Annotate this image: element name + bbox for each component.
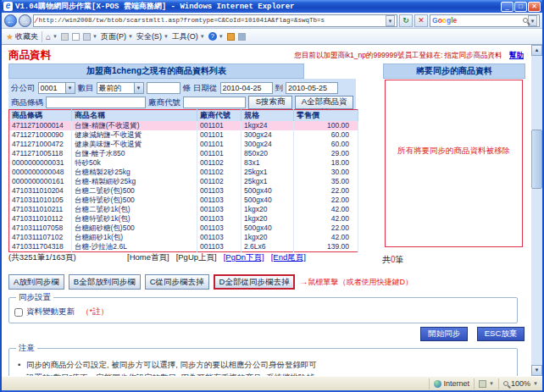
help-link[interactable]: 幫助 xyxy=(509,51,524,59)
status-bar: Internet ▼ 100% ▼ xyxy=(2,376,542,390)
scrollbar-thumb[interactable] xyxy=(531,130,542,189)
page-up[interactable]: [PgUp上頁] xyxy=(176,252,217,263)
data-change-update-checkbox[interactable] xyxy=(14,308,23,317)
address-dropdown-icon[interactable]: ▼ xyxy=(386,15,395,26)
cell-barcode: 0000000000161 xyxy=(9,177,72,186)
table-row[interactable]: 4711271000014台鹽-精鹽(不收退貨)0011011kgx24100.… xyxy=(9,121,358,130)
print-button[interactable]: ▼ xyxy=(83,33,97,41)
scroll-up-icon[interactable]: ▲ xyxy=(531,45,542,56)
cell-vendor: 001101 xyxy=(197,149,241,158)
window-title: V1.04購物網同步作業[X-POS 雲端商務網] - Windows Inte… xyxy=(15,1,500,12)
count-select[interactable]: 最前的 ▼ xyxy=(97,82,144,94)
filter-row-1: 分公司 0001 ▼ 數目 最前的 ▼ 條 日期從 到 xyxy=(11,81,353,95)
table-row[interactable]: 0000000000161台糖-精製細砂25kg00110225kgx135.0… xyxy=(9,177,358,186)
scroll-down-icon[interactable]: ▼ xyxy=(531,365,542,376)
count-input[interactable] xyxy=(147,82,180,94)
ie-icon: e xyxy=(3,2,13,11)
favorites-button[interactable]: ★ 收藏夹 xyxy=(6,31,38,42)
messenger-icon[interactable] xyxy=(227,33,235,41)
minimize-button[interactable]: _ xyxy=(501,2,513,12)
record-count: (共3251筆1/163頁) xyxy=(8,252,127,263)
barcode-label: 商品條碼 xyxy=(11,97,43,108)
start-sync-button[interactable]: 開始同步 xyxy=(420,327,468,341)
note-item: 同步的商品分公司設定, 被同步方可以選擇, 同步方的要以相應分公司身份登錄即可 xyxy=(26,360,512,371)
cell-spec: 300gx24 xyxy=(241,140,294,149)
vertical-scrollbar[interactable]: ▲ ▼ xyxy=(531,45,542,376)
stop-button[interactable]: ✕ xyxy=(414,14,428,27)
sync-action-button-B[interactable]: B全部放到同步欄 xyxy=(69,274,141,290)
table-row[interactable]: 4711271000090健康減納鹽-不收退貨001101300gx2460.0… xyxy=(9,130,358,140)
help-button[interactable]: ? ▼ xyxy=(208,32,224,41)
branch-select[interactable]: 0001 ▼ xyxy=(38,82,75,94)
table-row[interactable]: 4711271000472健康美味鹽-不收退貨001101300gx2460.0… xyxy=(9,140,358,149)
vendor-input[interactable] xyxy=(183,97,246,108)
page-end-link[interactable]: [End尾頁] xyxy=(271,252,306,263)
esc-cancel-button[interactable]: ESC放棄 xyxy=(477,327,525,341)
back-button[interactable]: ← xyxy=(4,14,17,27)
cell-vendor: 001103 xyxy=(197,242,241,252)
product-table: 商品條碼商品名稱廠商代號規格零售價 4711271000014台鹽-精鹽(不收退… xyxy=(8,109,358,252)
cell-vendor: 001103 xyxy=(197,205,241,214)
table-row[interactable]: 4710311010112台糖特號砂1k(包)0011031kgx2042.00 xyxy=(9,214,358,224)
refresh-button[interactable]: ↻ xyxy=(399,14,413,27)
cell-price: 29.00 xyxy=(294,149,358,158)
maximize-button[interactable]: □ xyxy=(514,2,527,12)
url-text: http://win2008/tw/btob/scarstmltl.asp?fr… xyxy=(39,17,386,24)
table-row[interactable]: 4710311010211台糖二號砂1k(包)0011031kgx2042.00 xyxy=(9,205,358,214)
menu-safety[interactable]: 安全(S) ▼ xyxy=(136,31,169,42)
zoom-control[interactable]: 100% ▼ xyxy=(499,378,542,389)
table-row[interactable]: 4710311107102台糖細砂1k(包)0011031kgx2042.00 xyxy=(9,233,358,242)
cell-name: 台鹽-精鹽(不收退貨) xyxy=(72,121,197,130)
date-from-input[interactable] xyxy=(220,82,273,94)
barcode-input[interactable] xyxy=(46,97,146,108)
table-row[interactable]: 0000000000031特砂50k00110283x118.00 xyxy=(9,158,358,168)
browser-window: e V1.04購物網同步作業[X-POS 雲端商務網] - Windows In… xyxy=(0,0,544,392)
zoom-caret-icon: ▼ xyxy=(533,381,538,386)
cell-price: 139.00 xyxy=(294,242,358,252)
favorites-label: 收藏夹 xyxy=(15,31,38,42)
research-icon[interactable] xyxy=(238,33,246,41)
sync-action-button-D[interactable]: D全部從同步欄去掉 xyxy=(214,274,296,290)
vendor-label: 廠商代號 xyxy=(148,97,180,108)
cell-vendor: 001103 xyxy=(197,196,241,205)
tools-caret-icon: ▼ xyxy=(200,34,205,39)
page-down-link[interactable]: [PgDn下頁] xyxy=(224,252,264,263)
search-icon[interactable] xyxy=(523,18,528,23)
date-to-input[interactable] xyxy=(286,82,338,94)
sync-action-button-C[interactable]: C從同步欄去掉 xyxy=(145,274,209,290)
table-row[interactable]: 4711271005118台鹽-離子水850001101850x2029.00 xyxy=(9,149,358,158)
table-row[interactable]: 0000000000048台糖精製2砂25kg00110225kgx130.00 xyxy=(9,168,358,177)
search-products-button[interactable]: S搜索商品 xyxy=(248,96,292,109)
sync-removed-message: 所有將要同步的商品資料被移除 xyxy=(397,146,510,157)
table-row[interactable]: 4710311010105台糖特號砂(包)500001103500gx4022.… xyxy=(9,196,358,205)
close-button[interactable]: ✕ xyxy=(528,2,541,12)
feed-icon[interactable] xyxy=(61,33,69,41)
menu-tools[interactable]: 工具(O) ▼ xyxy=(172,31,205,42)
cell-name: 台糖精製2砂25kg xyxy=(72,168,197,177)
toolbar-separator xyxy=(42,31,42,42)
zoom-level: 100% xyxy=(511,379,530,388)
table-row[interactable]: 4710311010204台糖二號砂(包)500001103500gx4022.… xyxy=(9,186,358,196)
zone-label: Internet xyxy=(444,379,470,388)
table-row[interactable]: 4710311107058台糖細砂糖(包)500001103500gx4022.… xyxy=(9,224,358,233)
protected-mode-segment[interactable]: ▼ xyxy=(475,378,499,389)
home-button[interactable]: ⌂ ▼ xyxy=(46,32,58,41)
branch-value: 0001 xyxy=(41,84,58,92)
title-bar[interactable]: e V1.04購物網同步作業[X-POS 雲端商務網] - Windows In… xyxy=(2,0,542,13)
forward-button[interactable]: → xyxy=(19,14,31,27)
cell-barcode: 4710311010112 xyxy=(9,214,72,224)
sync-action-button-A[interactable]: A放到同步欄 xyxy=(8,274,64,290)
table-row[interactable]: 4710311704318台糖-沙拉油2.6L0011032.6Lx6139.0… xyxy=(9,242,358,252)
search-box[interactable]: Google ▼ xyxy=(430,14,540,27)
login-info: 您目前以加盟商ik1_np的999999號員工登錄在: 指定同步商品資料 幫助 xyxy=(294,51,524,61)
menu-page[interactable]: 页面(P) ▼ xyxy=(101,31,133,42)
read-mail-icon[interactable] xyxy=(72,33,80,41)
address-input[interactable]: ∕ http://win2008/tw/btob/scarstmltl.asp?… xyxy=(33,14,397,27)
column-header-4: 規格 xyxy=(241,110,294,122)
cell-name: 台糖特號砂(包)500 xyxy=(72,196,197,205)
home-icon: ⌂ xyxy=(46,32,51,41)
sync-panel-title: 將要同步的商品資料 xyxy=(383,63,525,79)
all-products-button[interactable]: A全部商品資料 xyxy=(295,96,353,109)
page-home[interactable]: [Home首頁] xyxy=(127,252,169,263)
cell-barcode: 4710311107102 xyxy=(9,233,72,242)
